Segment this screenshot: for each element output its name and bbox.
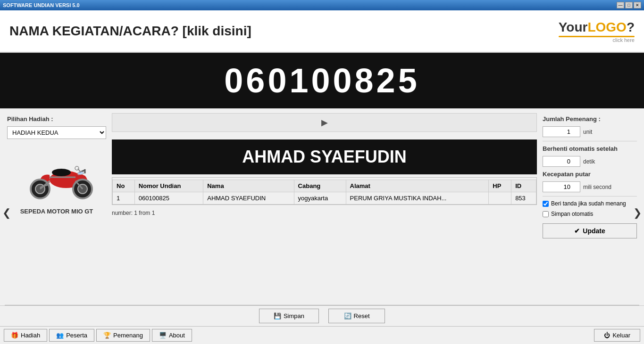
- cell-hp: [489, 192, 511, 205]
- col-alamat: Alamat: [346, 180, 489, 192]
- col-id: ID: [511, 180, 536, 192]
- minimize-button[interactable]: —: [617, 2, 624, 8]
- name-banner: AHMAD SYAEFUDIN: [112, 139, 537, 174]
- table-header-row: No Nomor Undian Nama Cabang Alamat HP ID: [113, 180, 536, 192]
- cell-nama: AHMAD SYAEFUDIN: [203, 192, 294, 205]
- checkbox-beri-tanda[interactable]: [543, 201, 549, 207]
- content-wrapper: ❮ ❯ Pilihan Hadiah : HADIAH KEDUA HADIAH…: [0, 108, 644, 305]
- event-title[interactable]: NAMA KEGIATAN/ACARA? [klik disini]: [9, 24, 251, 39]
- checkbox-simpan-otomatis[interactable]: [543, 211, 549, 217]
- tab-hadiah[interactable]: 🎁 Hadiah: [4, 329, 47, 342]
- svg-point-12: [75, 166, 79, 170]
- logo-question: ?: [627, 20, 635, 34]
- keluar-label: Keluar: [612, 332, 630, 339]
- tab-pemenang[interactable]: 🏆 Pemenang: [96, 329, 150, 342]
- about-icon: 🖥️: [159, 332, 167, 339]
- hadiah-label: Pilihan Hadiah :: [7, 115, 53, 123]
- logo-subtext: click here: [559, 37, 635, 43]
- table-footer: number: 1 from 1: [112, 210, 537, 216]
- number-display: 060100825: [0, 53, 644, 108]
- left-panel: Pilihan Hadiah : HADIAH KEDUA HADIAH PER…: [7, 113, 106, 300]
- col-no: No: [113, 180, 135, 192]
- logo-text: YourLOGO?: [559, 20, 635, 35]
- kecepatan-input[interactable]: [543, 181, 580, 192]
- update-label: Update: [583, 227, 605, 235]
- about-tab-label: About: [169, 332, 185, 339]
- close-button[interactable]: ✕: [634, 2, 641, 8]
- cell-no: 1: [113, 192, 135, 205]
- play-button[interactable]: ▶: [321, 117, 328, 128]
- berhenti-input[interactable]: [543, 156, 580, 167]
- reset-icon: 🔄: [344, 312, 351, 319]
- checkbox2-row: Simpan otomatis: [543, 211, 637, 217]
- keluar-button[interactable]: ⏻ Keluar: [594, 329, 640, 342]
- title-bar-controls: — □ ✕: [617, 2, 641, 8]
- nav-left-arrow[interactable]: ❮: [2, 207, 11, 219]
- content-area: Pilihan Hadiah : HADIAH KEDUA HADIAH PER…: [0, 108, 644, 305]
- table-row: 1060100825AHMAD SYAEFUDINyogyakartaPERUM…: [113, 192, 536, 205]
- jumlah-label: Jumlah Pemenang :: [543, 115, 637, 123]
- playback-bar: ▶: [112, 113, 537, 132]
- title-bar: SOFTWARE UNDIAN VERSI 5.0 — □ ✕: [0, 0, 644, 10]
- bottom-action-area: 💾 Simpan 🔄 Reset: [0, 305, 644, 326]
- nav-right-arrow[interactable]: ❯: [633, 207, 642, 219]
- hadiah-tab-label: Hadiah: [21, 332, 40, 339]
- title-bar-text: SOFTWARE UNDIAN VERSI 5.0: [3, 2, 80, 8]
- motorcycle-icon: [19, 149, 94, 205]
- checkbox1-label: Beri tanda jika sudah menang: [551, 200, 626, 207]
- motor-svg: [17, 147, 97, 208]
- kecepatan-input-row: mili second: [543, 181, 637, 192]
- cell-alamat: PERUM GRIYA MUSTIKA INDAH...: [346, 192, 489, 205]
- footer-tabs: 🎁 Hadiah 👥 Peserta 🏆 Pemenang 🖥️ About: [4, 329, 192, 342]
- divider-2: [543, 196, 637, 197]
- svg-point-1: [52, 169, 71, 176]
- tab-about[interactable]: 🖥️ About: [152, 329, 192, 342]
- result-table: No Nomor Undian Nama Cabang Alamat HP ID…: [112, 180, 536, 205]
- maximize-button[interactable]: □: [625, 2, 633, 8]
- berhenti-input-row: detik: [543, 156, 637, 167]
- cell-id: 853: [511, 192, 536, 205]
- update-button[interactable]: ✔ Update: [543, 223, 637, 238]
- reset-button[interactable]: 🔄 Reset: [328, 309, 385, 323]
- pemenang-icon: 🏆: [103, 332, 111, 339]
- logo-your: Your: [559, 20, 588, 34]
- table-container: No Nomor Undian Nama Cabang Alamat HP ID…: [112, 177, 537, 205]
- checkbox2-label: Simpan otomatis: [551, 211, 593, 217]
- hadiah-icon: 🎁: [11, 332, 18, 339]
- checkbox1-row: Beri tanda jika sudah menang: [543, 200, 637, 207]
- divider-1: [543, 141, 637, 141]
- col-hp: HP: [489, 180, 511, 192]
- logo-area[interactable]: YourLOGO? click here: [559, 20, 635, 43]
- simpan-label: Simpan: [284, 312, 304, 319]
- header-area: NAMA KEGIATAN/ACARA? [klik disini] YourL…: [0, 10, 644, 53]
- simpan-button[interactable]: 💾 Simpan: [259, 309, 319, 323]
- hadiah-select[interactable]: HADIAH KEDUA HADIAH PERTAMA HADIAH KETIG…: [7, 126, 106, 139]
- cell-cabang: yogyakarta: [294, 192, 346, 205]
- kecepatan-label: Kecepatan putar: [543, 171, 637, 178]
- berhenti-unit: detik: [583, 158, 595, 165]
- keluar-icon: ⏻: [604, 332, 610, 339]
- tab-peserta[interactable]: 👥 Peserta: [49, 329, 94, 342]
- motor-image-area: SEPEDA MOTOR MIO GT: [17, 147, 97, 215]
- reset-label: Reset: [354, 312, 370, 319]
- kecepatan-unit: mili second: [583, 184, 611, 190]
- jumlah-input[interactable]: [543, 126, 580, 137]
- footer-bar: 🎁 Hadiah 👥 Peserta 🏆 Pemenang 🖥️ About ⏻…: [0, 326, 644, 344]
- col-cabang: Cabang: [294, 180, 346, 192]
- jumlah-unit: unit: [583, 129, 592, 135]
- pemenang-tab-label: Pemenang: [113, 332, 143, 339]
- update-checkmark-icon: ✔: [574, 227, 580, 235]
- peserta-icon: 👥: [56, 332, 64, 339]
- motor-label: SEPEDA MOTOR MIO GT: [17, 208, 97, 215]
- logo-logo: LOGO: [587, 20, 626, 34]
- col-nama: Nama: [203, 180, 294, 192]
- middle-panel: ▶ - AHMAD SYAEFUDIN No Nomor Undian Nama…: [112, 113, 537, 300]
- footer-right: ⏻ Keluar: [594, 329, 640, 342]
- main-window: NAMA KEGIATAN/ACARA? [klik disini] YourL…: [0, 10, 644, 344]
- peserta-tab-label: Peserta: [66, 332, 87, 339]
- berhenti-label: Berhenti otomatis setelah: [543, 145, 637, 152]
- right-panel: Jumlah Pemenang : unit Berhenti otomatis…: [543, 113, 637, 300]
- col-nomor-undian: Nomor Undian: [134, 180, 203, 192]
- simpan-icon: 💾: [274, 312, 281, 319]
- jumlah-input-row: unit: [543, 126, 637, 137]
